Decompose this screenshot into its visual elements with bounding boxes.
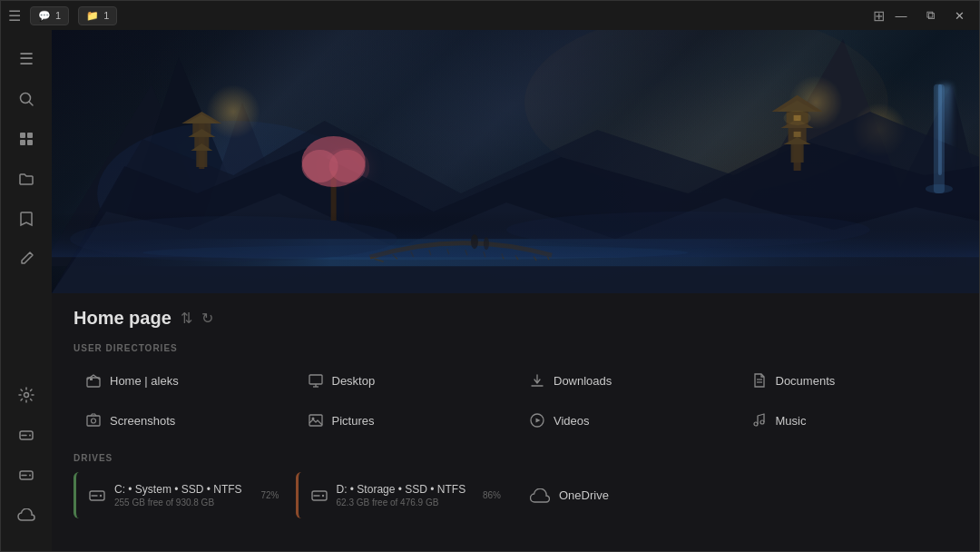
dir-item-home[interactable]: Home | aleks bbox=[74, 362, 292, 399]
svg-rect-61 bbox=[309, 415, 322, 426]
filter-icon[interactable]: ⇅ bbox=[181, 310, 192, 327]
sidebar-item-menu[interactable]: ☰ bbox=[8, 41, 44, 77]
hdd2-icon bbox=[18, 467, 34, 483]
cloud-sidebar-icon bbox=[17, 508, 35, 521]
svg-rect-59 bbox=[87, 416, 100, 426]
documents-dir-icon bbox=[752, 373, 767, 388]
dir-item-downloads[interactable]: Downloads bbox=[517, 362, 736, 399]
apps-icon bbox=[18, 131, 34, 147]
svg-point-70 bbox=[321, 494, 323, 496]
close-button[interactable]: ✕ bbox=[946, 5, 972, 25]
dir-item-music[interactable]: Music bbox=[740, 402, 958, 439]
drive-d-item[interactable]: D: • Storage • SSD • NTFS 62.3 GB free o… bbox=[296, 472, 514, 518]
drive-d-info: D: • Storage • SSD • NTFS 62.3 GB free o… bbox=[337, 483, 474, 508]
sidebar-item-search[interactable] bbox=[8, 81, 44, 117]
drive-d-icon bbox=[311, 488, 328, 503]
drive-c-item[interactable]: C: • System • SSD • NTFS 255 GB free of … bbox=[74, 472, 292, 518]
title-bar: ☰ 💬 1 📁 1 ⊞ — ⧉ ✕ bbox=[1, 1, 979, 30]
sidebar-item-bookmarks[interactable] bbox=[8, 201, 44, 237]
onedrive-item[interactable]: OneDrive bbox=[517, 472, 736, 518]
sidebar-item-cloud[interactable] bbox=[8, 497, 44, 533]
svg-rect-4 bbox=[20, 140, 25, 145]
tab-folder[interactable]: 📁 1 bbox=[78, 6, 117, 25]
folder-tab-icon: 📁 bbox=[86, 10, 99, 22]
dir-name-music: Music bbox=[776, 414, 807, 428]
drive-c-subtitle: 255 GB free of 930.8 GB bbox=[114, 498, 251, 508]
svg-rect-5 bbox=[27, 140, 33, 145]
drive-d-percent: 86% bbox=[483, 490, 501, 500]
dir-item-screenshots[interactable]: Screenshots bbox=[74, 402, 292, 439]
hero-area bbox=[52, 30, 979, 293]
grid-icon[interactable]: ⊞ bbox=[873, 7, 885, 25]
dir-name-videos: Videos bbox=[554, 414, 590, 428]
dir-name-documents: Documents bbox=[776, 374, 836, 388]
window-controls: ⊞ — ⧉ ✕ bbox=[873, 5, 972, 25]
dir-name-screenshots: Screenshots bbox=[110, 414, 175, 428]
drive-c-percent: 72% bbox=[260, 490, 279, 500]
water-glow bbox=[237, 239, 701, 257]
content-area: Home page ⇅ ↻ USER DIRECTORIES bbox=[52, 30, 979, 551]
drive-d-title: D: • Storage • SSD • NTFS bbox=[337, 483, 474, 496]
settings-icon bbox=[18, 387, 34, 403]
sidebar-item-hdd[interactable] bbox=[8, 417, 44, 453]
folder-icon bbox=[18, 171, 34, 187]
lantern-glow-3 bbox=[852, 103, 906, 157]
svg-rect-52 bbox=[90, 378, 93, 380]
sidebar: ☰ bbox=[1, 30, 52, 551]
user-directories-label: USER DIRECTORIES bbox=[74, 343, 957, 353]
home-dir-icon bbox=[86, 373, 101, 388]
lantern-glow-2 bbox=[789, 75, 843, 130]
refresh-icon[interactable]: ↻ bbox=[201, 310, 213, 327]
downloads-dir-icon bbox=[530, 373, 544, 388]
drive-d-subtitle: 62.3 GB free of 476.9 GB bbox=[337, 498, 474, 508]
dir-name-downloads: Downloads bbox=[554, 374, 612, 388]
svg-rect-51 bbox=[87, 378, 100, 387]
restore-button[interactable]: ⧉ bbox=[917, 5, 943, 25]
dir-name-pictures: Pictures bbox=[332, 414, 375, 428]
dir-item-documents[interactable]: Documents bbox=[740, 362, 958, 399]
dir-name-home: Home | aleks bbox=[110, 374, 179, 388]
drive-c-info: C: • System • SSD • NTFS 255 GB free of … bbox=[114, 483, 251, 508]
svg-rect-3 bbox=[27, 133, 33, 138]
directories-grid: Home | aleks Desktop bbox=[74, 362, 957, 439]
svg-point-64 bbox=[754, 422, 758, 426]
edit-icon bbox=[18, 251, 34, 267]
chat-badge: 1 bbox=[55, 10, 61, 21]
search-icon bbox=[18, 91, 34, 107]
desktop-dir-icon bbox=[309, 373, 323, 388]
menu-icon[interactable]: ☰ bbox=[8, 7, 21, 25]
chat-icon: 💬 bbox=[38, 10, 51, 22]
drives-label: DRIVES bbox=[74, 453, 957, 463]
title-bar-left: ☰ 💬 1 📁 1 bbox=[8, 6, 117, 25]
svg-point-11 bbox=[29, 475, 31, 477]
page-header: Home page ⇅ ↻ bbox=[74, 308, 957, 329]
dir-item-pictures[interactable]: Pictures bbox=[296, 402, 514, 439]
onedrive-name: OneDrive bbox=[559, 488, 609, 502]
sidebar-item-folders[interactable] bbox=[8, 161, 44, 197]
drives-section: DRIVES C: • System • SSD • NTFS 255 GB f… bbox=[74, 453, 957, 518]
screenshots-dir-icon bbox=[86, 413, 101, 428]
sidebar-item-apps[interactable] bbox=[8, 121, 44, 157]
dir-item-videos[interactable]: Videos bbox=[517, 402, 736, 439]
sidebar-item-hdd2[interactable] bbox=[8, 457, 44, 493]
bottom-content: Home page ⇅ ↻ USER DIRECTORIES bbox=[52, 293, 979, 551]
page-title: Home page bbox=[74, 308, 172, 329]
main-layout: ☰ bbox=[1, 30, 979, 551]
sidebar-item-edit[interactable] bbox=[8, 241, 44, 277]
svg-point-67 bbox=[100, 494, 102, 496]
svg-point-8 bbox=[29, 435, 31, 437]
tab-chat[interactable]: 💬 1 bbox=[30, 6, 69, 25]
minimize-button[interactable]: — bbox=[888, 5, 914, 25]
svg-point-60 bbox=[92, 419, 96, 423]
folder-tab-badge: 1 bbox=[103, 10, 109, 21]
dir-item-desktop[interactable]: Desktop bbox=[296, 362, 514, 399]
drive-c-title: C: • System • SSD • NTFS bbox=[114, 483, 251, 496]
sidebar-item-settings[interactable] bbox=[8, 377, 44, 413]
dir-name-desktop: Desktop bbox=[332, 374, 376, 388]
app-window: ☰ 💬 1 📁 1 ⊞ — ⧉ ✕ ☰ bbox=[0, 0, 980, 552]
svg-rect-53 bbox=[309, 375, 322, 384]
cherry-tree-top-1 bbox=[324, 148, 369, 184]
videos-dir-icon bbox=[530, 413, 544, 428]
waterfall bbox=[938, 84, 952, 175]
music-dir-icon bbox=[752, 413, 767, 428]
